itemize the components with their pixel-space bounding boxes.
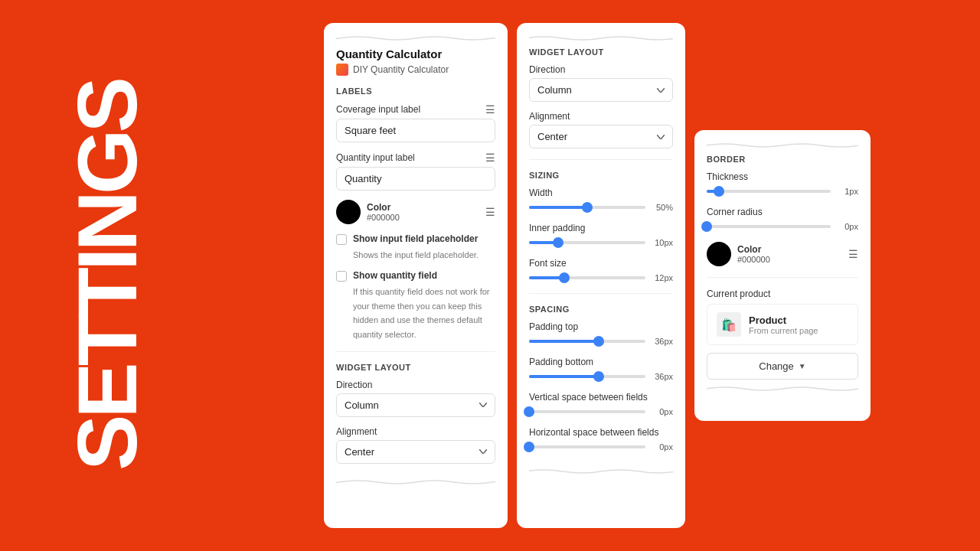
vertical-space-group: Vertical space between fields 0px (529, 392, 673, 416)
panel-title: Quantity Calculator (336, 47, 495, 60)
divider-mid-2 (529, 293, 673, 294)
quantity-stack-icon[interactable]: ☰ (485, 152, 495, 164)
thickness-thumb[interactable] (714, 186, 724, 197)
corner-radius-value: 0px (835, 222, 858, 231)
widget-layout-section-heading: WIDGET LAYOUT (336, 363, 495, 372)
color-stack-icon[interactable]: ☰ (485, 206, 495, 218)
corner-radius-group: Corner radius 0px (707, 207, 858, 231)
padding-top-thumb[interactable] (593, 336, 604, 347)
font-size-slider-group: Font size 12px (529, 258, 673, 282)
border-color-row: Color #000000 ☰ (707, 242, 858, 266)
inner-padding-value: 10px (650, 238, 673, 247)
padding-top-track[interactable] (529, 340, 645, 343)
padding-top-label: Padding top (529, 321, 673, 332)
alignment-select-left[interactable]: Center (336, 440, 495, 464)
inner-padding-track[interactable] (529, 241, 645, 244)
settings-sidebar: SETTINGS (0, 0, 214, 551)
vertical-space-value: 0px (650, 407, 673, 416)
show-placeholder-label: Show input field placeholder (353, 233, 478, 244)
app-icon (336, 64, 348, 76)
change-btn-arrow-icon: ▼ (799, 362, 806, 370)
product-icon: 🛍️ (717, 312, 741, 337)
padding-top-group: Padding top 36px (529, 321, 673, 346)
horizontal-space-group: Horizontal space between fields 0px (529, 427, 673, 452)
labels-section-heading: LABELS (336, 86, 495, 96)
settings-label: SETTINGS (65, 80, 149, 471)
horizontal-space-label: Horizontal space between fields (529, 427, 673, 438)
coverage-stack-icon[interactable]: ☰ (485, 103, 495, 116)
border-color-swatch[interactable] (707, 242, 731, 266)
divider-mid-1 (529, 159, 673, 160)
padding-bottom-track[interactable] (529, 375, 645, 378)
corner-radius-track[interactable] (707, 225, 831, 228)
border-color-label: Color (737, 244, 770, 255)
color-swatch[interactable] (336, 200, 361, 224)
show-placeholder-desc: Shows the input field placeholder. (353, 250, 479, 259)
width-slider-label: Width (529, 187, 673, 198)
padding-bottom-value: 36px (650, 372, 673, 381)
corner-radius-label: Corner radius (707, 207, 858, 217)
panel-subtitle: DIY Quantity Calculator (336, 64, 495, 76)
padding-bottom-thumb[interactable] (593, 371, 604, 382)
direction-select-left[interactable]: Column (336, 393, 495, 417)
direction-label-mid: Direction (529, 64, 565, 75)
thickness-label: Thickness (707, 171, 858, 182)
font-size-value: 12px (650, 273, 673, 282)
main-content: Quantity Calculator DIY Quantity Calcula… (214, 0, 980, 551)
thickness-track[interactable] (707, 190, 831, 193)
inner-padding-label: Inner padding (529, 223, 673, 233)
padding-bottom-fill (529, 375, 599, 378)
width-slider-fill (529, 206, 587, 209)
font-size-thumb[interactable] (559, 272, 570, 283)
quantity-input[interactable] (336, 167, 495, 191)
divider (336, 351, 495, 352)
product-source: From current page (749, 326, 818, 335)
horizontal-space-thumb[interactable] (524, 442, 534, 452)
color-row: Color #000000 ☰ (336, 200, 495, 224)
width-slider-track[interactable] (529, 206, 645, 209)
product-card: 🛍️ Product From current page (707, 304, 858, 345)
vertical-space-thumb[interactable] (524, 406, 534, 417)
border-heading: BORDER (707, 155, 858, 164)
show-placeholder-group: Show input field placeholder Shows the i… (336, 233, 495, 261)
show-quantity-checkbox[interactable] (336, 271, 347, 282)
font-size-label: Font size (529, 258, 673, 269)
inner-padding-thumb[interactable] (553, 237, 564, 248)
padding-bottom-group: Padding bottom 36px (529, 357, 673, 381)
inner-padding-slider-group: Inner padding 10px (529, 223, 673, 247)
quantity-input-group: Quantity input label ☰ (336, 152, 495, 191)
border-color-value: #000000 (737, 255, 770, 264)
direction-select-mid[interactable]: Column (529, 78, 673, 102)
current-product-label: Current product (707, 289, 858, 299)
show-quantity-desc: If this quantity field does not work for… (353, 287, 490, 338)
middle-settings-panel: WIDGET LAYOUT Direction Column Alignment… (517, 23, 685, 528)
thickness-value: 1px (835, 187, 858, 196)
width-slider-value: 50% (650, 203, 673, 212)
quantity-label: Quantity input label (336, 152, 415, 163)
middle-widget-layout-heading: WIDGET LAYOUT (529, 47, 673, 57)
right-settings-panel: BORDER Thickness 1px Corner radius 0px (694, 130, 871, 421)
font-size-track[interactable] (529, 276, 645, 279)
coverage-input-group: Coverage input label ☰ (336, 103, 495, 142)
horizontal-space-track[interactable] (529, 445, 645, 448)
alignment-label-left: Alignment (336, 426, 377, 437)
direction-group-left: Direction Column (336, 380, 495, 417)
divider-right (707, 277, 858, 278)
show-quantity-label: Show quantity field (353, 270, 437, 281)
alignment-select-mid[interactable]: Center (529, 125, 673, 148)
border-color-stack-icon[interactable]: ☰ (848, 248, 858, 260)
direction-label-left: Direction (336, 380, 372, 390)
horizontal-space-value: 0px (650, 442, 673, 452)
change-button[interactable]: Change ▼ (707, 353, 858, 380)
show-placeholder-checkbox[interactable] (336, 234, 347, 245)
padding-top-fill (529, 340, 599, 343)
width-slider-thumb[interactable] (582, 202, 593, 213)
width-slider-group: Width 50% (529, 187, 673, 212)
coverage-label: Coverage input label (336, 104, 420, 115)
product-name: Product (749, 315, 818, 326)
vertical-space-track[interactable] (529, 410, 645, 413)
coverage-input[interactable] (336, 119, 495, 142)
corner-radius-thumb[interactable] (701, 221, 712, 232)
show-quantity-group: Show quantity field If this quantity fie… (336, 270, 495, 341)
sizing-heading: SIZING (529, 171, 673, 180)
